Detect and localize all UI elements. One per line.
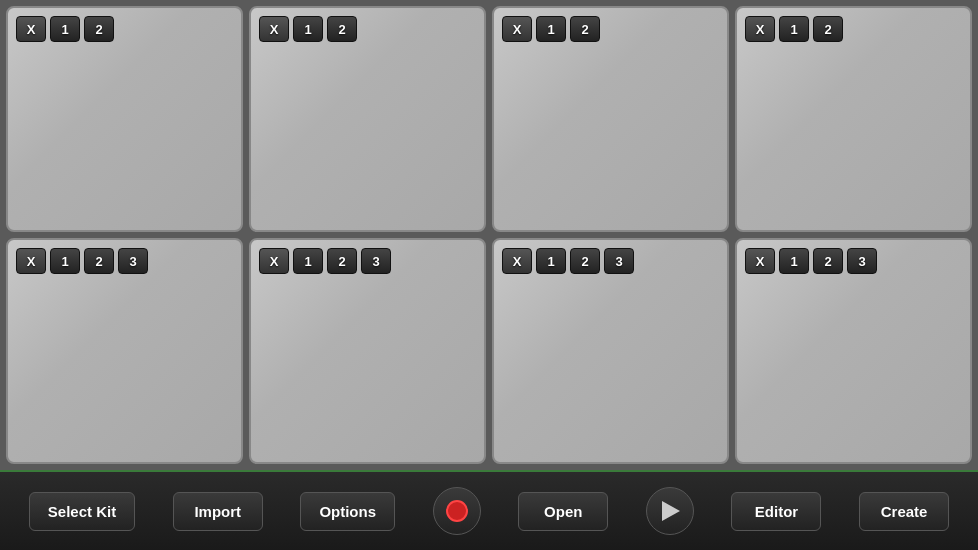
- pad-1-btn-x[interactable]: X: [16, 16, 46, 42]
- pad-6-buttons: X 1 2 3: [259, 248, 391, 274]
- pad-3[interactable]: X 1 2: [492, 6, 729, 232]
- pad-7-buttons: X 1 2 3: [502, 248, 634, 274]
- import-button[interactable]: Import: [173, 492, 263, 531]
- pad-6-btn-3[interactable]: 3: [361, 248, 391, 274]
- pad-5[interactable]: X 1 2 3: [6, 238, 243, 464]
- pad-8-btn-x[interactable]: X: [745, 248, 775, 274]
- pad-1-btn-1[interactable]: 1: [50, 16, 80, 42]
- record-icon: [446, 500, 468, 522]
- pad-4-btn-2[interactable]: 2: [813, 16, 843, 42]
- pad-3-btn-2[interactable]: 2: [570, 16, 600, 42]
- pad-3-btn-1[interactable]: 1: [536, 16, 566, 42]
- pad-7-btn-2[interactable]: 2: [570, 248, 600, 274]
- options-button[interactable]: Options: [300, 492, 395, 531]
- pad-7[interactable]: X 1 2 3: [492, 238, 729, 464]
- pad-2-btn-x[interactable]: X: [259, 16, 289, 42]
- select-kit-button[interactable]: Select Kit: [29, 492, 135, 531]
- pad-3-buttons: X 1 2: [502, 16, 600, 42]
- pad-5-btn-3[interactable]: 3: [118, 248, 148, 274]
- pad-3-btn-x[interactable]: X: [502, 16, 532, 42]
- pad-8-btn-3[interactable]: 3: [847, 248, 877, 274]
- pad-2-btn-2[interactable]: 2: [327, 16, 357, 42]
- record-button[interactable]: [433, 487, 481, 535]
- pad-4[interactable]: X 1 2: [735, 6, 972, 232]
- open-button[interactable]: Open: [518, 492, 608, 531]
- editor-button[interactable]: Editor: [731, 492, 821, 531]
- pad-4-btn-x[interactable]: X: [745, 16, 775, 42]
- pad-5-buttons: X 1 2 3: [16, 248, 148, 274]
- pad-1-buttons: X 1 2: [16, 16, 114, 42]
- pad-1-btn-2[interactable]: 2: [84, 16, 114, 42]
- play-icon: [662, 501, 680, 521]
- pad-4-btn-1[interactable]: 1: [779, 16, 809, 42]
- pad-7-btn-3[interactable]: 3: [604, 248, 634, 274]
- pad-6[interactable]: X 1 2 3: [249, 238, 486, 464]
- pad-6-btn-x[interactable]: X: [259, 248, 289, 274]
- create-button[interactable]: Create: [859, 492, 949, 531]
- pad-8-btn-2[interactable]: 2: [813, 248, 843, 274]
- toolbar: Select Kit Import Options Open Editor Cr…: [0, 470, 978, 550]
- main-container: X 1 2 X 1 2 X 1 2 X 1 2: [0, 0, 978, 550]
- pad-2[interactable]: X 1 2: [249, 6, 486, 232]
- pad-5-btn-1[interactable]: 1: [50, 248, 80, 274]
- pad-1[interactable]: X 1 2: [6, 6, 243, 232]
- pad-4-buttons: X 1 2: [745, 16, 843, 42]
- pad-2-btn-1[interactable]: 1: [293, 16, 323, 42]
- pad-8-buttons: X 1 2 3: [745, 248, 877, 274]
- pads-area: X 1 2 X 1 2 X 1 2 X 1 2: [0, 0, 978, 470]
- pad-7-btn-1[interactable]: 1: [536, 248, 566, 274]
- pad-6-btn-2[interactable]: 2: [327, 248, 357, 274]
- pad-8-btn-1[interactable]: 1: [779, 248, 809, 274]
- pad-6-btn-1[interactable]: 1: [293, 248, 323, 274]
- pad-5-btn-x[interactable]: X: [16, 248, 46, 274]
- pad-7-btn-x[interactable]: X: [502, 248, 532, 274]
- pad-8[interactable]: X 1 2 3: [735, 238, 972, 464]
- pad-5-btn-2[interactable]: 2: [84, 248, 114, 274]
- pad-2-buttons: X 1 2: [259, 16, 357, 42]
- play-button[interactable]: [646, 487, 694, 535]
